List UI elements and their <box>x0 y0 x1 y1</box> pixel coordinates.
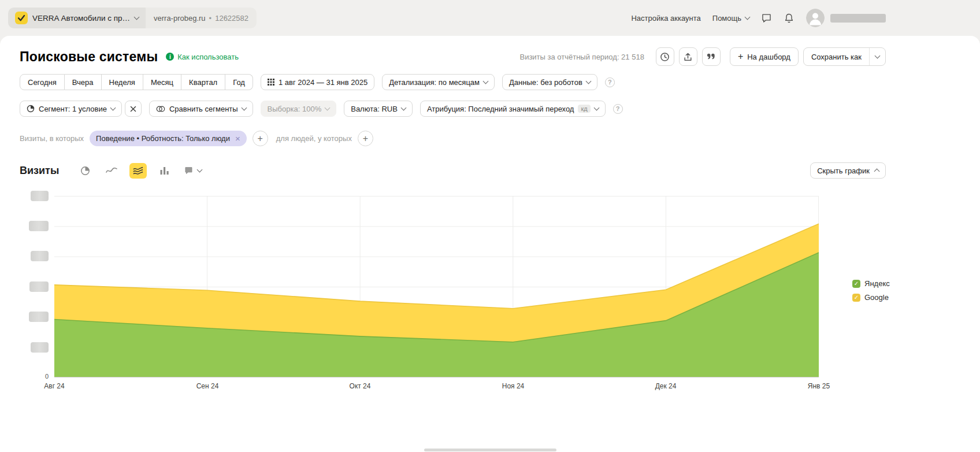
bell-icon[interactable] <box>784 13 795 24</box>
period-today[interactable]: Сегодня <box>20 74 65 90</box>
hide-chart-label: Скрыть график <box>817 166 870 175</box>
filter-row-periods: Сегодня Вчера Неделя Месяц Квартал Год 1… <box>20 74 980 90</box>
account-settings-link[interactable]: Настройка аккаунта <box>631 14 700 23</box>
add-visit-condition-button[interactable]: + <box>253 131 268 146</box>
chevron-down-icon <box>400 105 406 111</box>
how-to-use-label: Как использовать <box>177 53 239 61</box>
chart-title: Визиты <box>20 165 59 177</box>
line-chart-icon[interactable] <box>103 163 120 179</box>
chart-legend: ✓ Яндекс ✓ Google <box>852 279 890 302</box>
user-name-redacted <box>830 14 886 23</box>
info-icon: i <box>166 53 174 61</box>
chevron-down-icon <box>875 53 881 59</box>
data-mode-select[interactable]: Данные: без роботов <box>502 74 597 90</box>
detalization-select[interactable]: Детализация: по месяцам <box>382 74 495 90</box>
y-axis-label-redacted <box>29 221 49 231</box>
annotations-dropdown[interactable] <box>184 166 202 175</box>
page-title: Поисковые системы <box>20 49 158 65</box>
chevron-up-icon <box>874 169 880 175</box>
chat-icon[interactable] <box>761 13 772 24</box>
detalization-label: Детализация: по месяцам <box>389 78 480 87</box>
compare-segments-label: Сравнить сегменты <box>169 105 238 113</box>
counter-selector[interactable]: VERRA Автомобили с пр… verra-probeg.ru •… <box>8 8 257 28</box>
help-menu[interactable]: Помощь <box>712 14 749 23</box>
compare-segments-button[interactable]: Сравнить сегменты <box>149 101 253 117</box>
data-mode-label: Данные: без роботов <box>509 78 582 87</box>
chart-svg <box>54 196 819 377</box>
segment-control: Сегмент: 1 условие <box>20 101 142 117</box>
segment-select[interactable]: Сегмент: 1 условие <box>20 101 122 117</box>
period-yesterday[interactable]: Вчера <box>65 74 102 90</box>
sampling-label: Выборка: 100% <box>268 105 322 113</box>
counter-select-segment[interactable]: VERRA Автомобили с пр… <box>8 8 146 28</box>
add-to-dashboard-button[interactable]: + На дашборд <box>730 47 799 66</box>
bar-chart-icon[interactable] <box>156 163 173 179</box>
segment-label: Сегмент: 1 условие <box>39 105 107 113</box>
chevron-down-icon <box>197 167 203 173</box>
period-year[interactable]: Год <box>225 74 253 90</box>
x-axis-label: Ноя 24 <box>502 382 525 390</box>
add-people-condition-button[interactable]: + <box>358 131 373 146</box>
currency-select[interactable]: Валюта: RUB <box>344 101 413 117</box>
period-quarter[interactable]: Квартал <box>181 74 225 90</box>
chevron-down-icon <box>585 79 591 84</box>
sampling-select[interactable]: Выборка: 100% <box>261 101 337 117</box>
counter-name: VERRA Автомобили с пр… <box>32 14 130 23</box>
checkbox-checked-icon: ✓ <box>852 280 860 288</box>
legend-item-google[interactable]: ✓ Google <box>852 293 890 302</box>
save-as-label[interactable]: Сохранить как <box>804 48 869 65</box>
how-to-use-link[interactable]: i Как использовать <box>166 53 239 61</box>
segment-chip[interactable]: Поведение • Роботность: Только люди × <box>90 131 247 146</box>
legend-label: Google <box>864 293 889 302</box>
date-range-button[interactable]: 1 авг 2024 — 31 янв 2025 <box>261 74 374 90</box>
legend-item-yandex[interactable]: ✓ Яндекс <box>852 279 890 288</box>
stacked-area-chart-icon[interactable] <box>129 163 147 179</box>
counter-logo-icon <box>15 12 28 24</box>
counter-domain: verra-probeg.ru <box>154 14 206 23</box>
question-icon[interactable]: ? <box>605 77 615 87</box>
chevron-down-icon <box>110 105 116 111</box>
save-as-dropdown[interactable] <box>869 48 885 65</box>
segment-clear-button[interactable] <box>125 101 142 117</box>
avatar[interactable] <box>806 9 825 27</box>
x-axis-label: Окт 24 <box>350 382 371 390</box>
close-icon <box>130 106 136 112</box>
question-icon[interactable]: ? <box>613 104 623 114</box>
attribution-label: Атрибуция: Последний значимый переход <box>427 105 574 113</box>
topbar: VERRA Автомобили с пр… verra-probeg.ru •… <box>0 0 980 36</box>
legend-label: Яндекс <box>864 279 890 288</box>
clock-icon <box>660 52 670 62</box>
x-axis-label: Янв 25 <box>808 382 830 390</box>
page-head: Поисковые системы i Как использовать Виз… <box>0 36 980 66</box>
segment-pie-icon <box>27 105 35 113</box>
calendar-grid-icon <box>268 79 274 86</box>
chip-close-icon[interactable]: × <box>235 134 240 143</box>
period-month[interactable]: Месяц <box>143 74 181 90</box>
chevron-down-icon <box>325 105 331 111</box>
chevron-down-icon <box>241 105 247 111</box>
chart-area: 0 Авг 24 Сен 24 Окт 24 Ноя 24 Дек 24 Янв… <box>0 196 980 402</box>
segment-chip-label: Поведение • Роботность: Только люди <box>96 134 230 143</box>
stacked-area-plot <box>54 196 819 377</box>
history-button[interactable] <box>656 47 674 66</box>
for-people-label: для людей, у которых <box>276 134 352 143</box>
hide-chart-button[interactable]: Скрыть график <box>810 162 886 179</box>
chart-header: Визиты Скрыть график <box>20 162 886 179</box>
x-axis-label: Дек 24 <box>655 382 677 390</box>
y-axis-label-redacted <box>31 191 49 201</box>
chevron-down-icon <box>745 14 751 20</box>
quotes-button[interactable] <box>702 47 721 66</box>
plus-icon: + <box>738 52 743 61</box>
save-as-button[interactable]: Сохранить как <box>803 47 886 66</box>
attribution-select[interactable]: Атрибуция: Последний значимый переход кд <box>420 101 606 117</box>
period-group: Сегодня Вчера Неделя Месяц Квартал Год <box>20 74 253 90</box>
period-week[interactable]: Неделя <box>102 74 143 90</box>
pie-chart-icon[interactable] <box>76 163 94 179</box>
export-button[interactable] <box>679 47 697 66</box>
quotes-icon <box>706 52 716 62</box>
visits-summary: Визиты за отчётный период: 21 518 <box>519 53 644 61</box>
separator-dot: • <box>209 14 212 23</box>
attribution-badge: кд <box>578 105 590 113</box>
chevron-down-icon <box>593 105 599 111</box>
y-axis-zero-label: 0 <box>35 373 49 380</box>
